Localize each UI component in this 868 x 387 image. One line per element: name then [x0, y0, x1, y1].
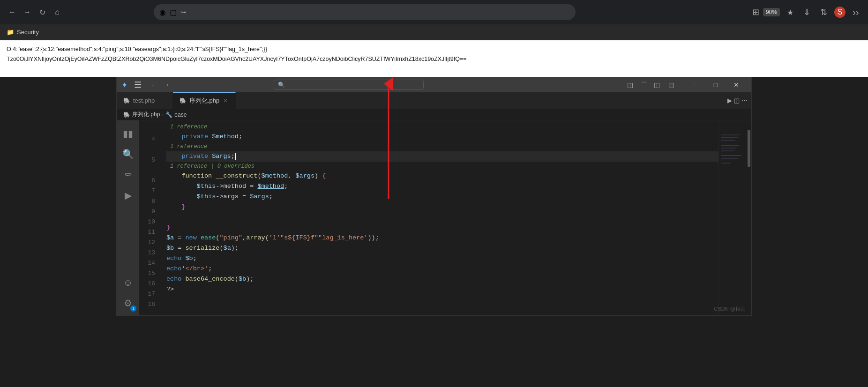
tab-php-icon: 🐘: [123, 97, 130, 104]
more-button[interactable]: ››: [849, 6, 862, 19]
fn-array: array: [246, 233, 265, 243]
window-controls: − □ ✕: [685, 77, 747, 92]
more-actions[interactable]: ⋯: [741, 97, 748, 104]
fn-serialize: serialize: [186, 243, 220, 253]
split-editor-action[interactable]: ◫: [734, 97, 740, 104]
account-button[interactable]: ☺: [119, 273, 137, 292]
back-nav-button[interactable]: ←: [149, 81, 159, 89]
semi-8: ;: [269, 192, 273, 202]
split-v-button[interactable]: ⎴: [639, 80, 648, 89]
folder-icon: 📁: [7, 29, 14, 36]
arrow-8: ->: [216, 192, 223, 202]
editor-actions: ▶ ◫ ⋯: [727, 92, 751, 109]
output-line1: O:4:"ease":2:{s:12:"easemethod";s:4:"pin…: [7, 45, 861, 54]
cparen-6: ): [314, 171, 322, 181]
files-button[interactable]: ▮▮: [119, 124, 137, 143]
breadcrumb-file[interactable]: 🐘 序列化.php: [123, 111, 160, 119]
tab-close-button[interactable]: ✕: [222, 97, 229, 105]
home-button[interactable]: ⌂: [51, 6, 64, 19]
maximize-button[interactable]: □: [705, 77, 726, 92]
forward-button[interactable]: →: [21, 6, 34, 19]
annotation-ref1: 1 reference: [166, 122, 718, 132]
line-num-11: 11: [139, 227, 157, 238]
str-br: '</br>': [181, 264, 208, 274]
kw-function-6: function: [166, 171, 216, 181]
editor-layout: ▮▮ 🔍 ⚰ ▶ ☺ ⚙ 1 4 5: [117, 120, 751, 316]
fn-construct: __construct: [216, 171, 257, 181]
address-bar-container: ◉ ▢ ⊶ localhost/序列化.php: [154, 4, 576, 20]
line-num-blank1: [139, 124, 157, 134]
breadcrumb-symbol[interactable]: 🔧 ease: [165, 112, 187, 118]
titlebar-nav: ← →: [149, 81, 172, 89]
bookmark-button[interactable]: ★: [784, 6, 797, 19]
settings-button[interactable]: ⚙ 1: [119, 294, 137, 313]
fn-base64: base64_encode: [186, 274, 235, 284]
download-button[interactable]: ⇓: [801, 6, 814, 19]
line-num-15: 15: [139, 268, 157, 279]
closing-brace-9: }: [166, 202, 186, 212]
search-button[interactable]: 🔍: [119, 145, 137, 164]
vscode-window: ✦ ☰ ← → 🔍 www ◫ ⎴ ◫ ▤ − □ ✕: [116, 77, 752, 316]
svg-rect-11: [721, 163, 731, 164]
code-line-10: [166, 212, 718, 223]
titlebar-search-input[interactable]: www: [287, 82, 419, 89]
code-line-4: private $method;: [166, 132, 718, 142]
address-input[interactable]: localhost/序列化.php: [190, 8, 570, 16]
code-line-12: $a = new ease("ping",array('l'"s${IFS}f"…: [166, 233, 718, 243]
split-h-button[interactable]: ◫: [651, 80, 663, 89]
code-line-15: echo'</br>';: [166, 264, 718, 274]
kw-echo-16: echo: [166, 274, 186, 284]
arrow-7: ->: [216, 181, 223, 192]
semi-14: ;: [193, 253, 197, 264]
menu-icon[interactable]: ☰: [134, 80, 142, 90]
code-line-9: }: [166, 202, 718, 212]
code-line-14: echo $b;: [166, 253, 718, 264]
forward-nav-button[interactable]: →: [161, 81, 172, 89]
split-editor-button[interactable]: ◫: [624, 80, 636, 89]
var-b: $b: [166, 243, 174, 253]
tab-test-php[interactable]: 🐘 test.php: [117, 92, 173, 109]
refresh-button[interactable]: ↻: [36, 6, 49, 19]
kw-echo-14: echo: [166, 253, 186, 264]
run-button[interactable]: ▶: [727, 97, 732, 104]
class-ease: ease: [201, 233, 216, 243]
nav-buttons: ← → ↻ ⌂: [6, 6, 64, 19]
svg-rect-3: [721, 134, 740, 135]
security-label: Security: [17, 29, 39, 36]
security-bar: 📁 Security: [0, 24, 868, 40]
tab-serialize-php[interactable]: 🐘 序列化.php ✕: [173, 92, 236, 109]
line-num-9: 9: [139, 207, 157, 217]
line-num-13: 13: [139, 248, 157, 258]
titlebar-search[interactable]: 🔍 www: [274, 80, 424, 90]
run-debug-button[interactable]: ▶: [119, 186, 137, 205]
minimize-button[interactable]: −: [685, 77, 705, 92]
var-a: $a: [166, 233, 174, 243]
param-method: $method: [262, 171, 288, 181]
tab-serialize-icon: 🐘: [180, 97, 187, 104]
param-args: $args: [295, 171, 314, 181]
qr-icon[interactable]: ⊞: [752, 7, 759, 17]
scrollbar-thumb[interactable]: [748, 130, 750, 167]
line-num-blank3: [139, 165, 157, 176]
code-line-13: $b = serialize($a);: [166, 243, 718, 253]
comma-12: ,: [242, 233, 246, 243]
custom-layout-button[interactable]: ▤: [666, 80, 677, 89]
close-13: );: [231, 243, 239, 253]
kw-private-4: private: [166, 132, 212, 142]
breadcrumb-separator: ›: [162, 112, 164, 118]
source-control-button[interactable]: ⚰: [119, 165, 137, 184]
profile-button[interactable]: ⇅: [817, 6, 831, 19]
close-button[interactable]: ✕: [726, 77, 747, 92]
line-num-10: 10: [139, 217, 157, 227]
code-editor[interactable]: 4 5 6 7 8 9 10 11 12 13 14 15 16 17 18: [139, 120, 751, 316]
line-numbers: 4 5 6 7 8 9 10 11 12 13 14 15 16 17 18: [139, 120, 163, 316]
tab-bar: 🐘 test.php 🐘 序列化.php ✕ ▶ ◫ ⋯: [117, 92, 751, 109]
svg-rect-4: [721, 137, 738, 138]
extensions-button[interactable]: S: [834, 7, 846, 18]
back-button[interactable]: ←: [6, 6, 19, 19]
cursor: [235, 153, 236, 160]
line-num-14: 14: [139, 258, 157, 268]
line-num-7: 7: [139, 186, 157, 196]
paren-6: (: [257, 171, 261, 181]
scrollbar[interactable]: [747, 120, 751, 316]
